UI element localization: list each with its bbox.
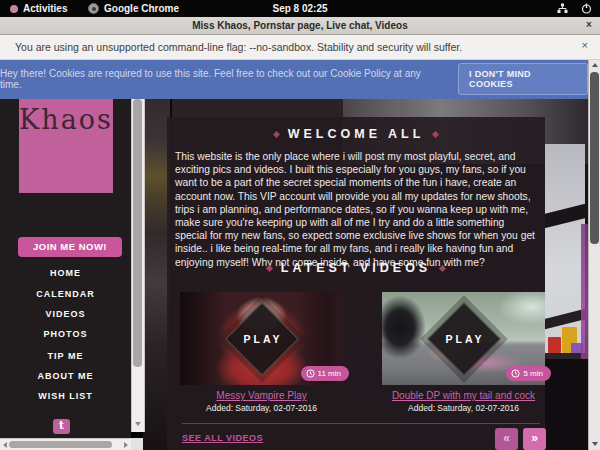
pager-prev-button[interactable]: « [495, 428, 518, 450]
latest-videos-heading: LATEST VIDEOS [167, 261, 545, 275]
sidebar-item-tip-me[interactable]: TIP ME [0, 351, 131, 361]
sidebar-item-calendar[interactable]: CALENDAR [0, 289, 131, 299]
duration-text: 11 min [318, 369, 341, 378]
twitter-icon[interactable]: t [53, 419, 70, 434]
network-icon[interactable] [557, 3, 568, 14]
sidebar-frame: Miss Khaos JOIN ME NOW! HOME CALENDAR VI… [0, 59, 131, 450]
welcome-heading: WELCOME ALL [167, 127, 545, 141]
chrome-infobar: You are using an unsupported command-lin… [0, 35, 600, 60]
video-card: PLAY 5 min Double DP with my tail and co… [382, 292, 545, 413]
scroll-up-arrow[interactable] [592, 63, 598, 67]
clock[interactable]: Sep 8 02:25 [0, 0, 600, 17]
video-added-date: Added: Saturday, 02-07-2016 [382, 403, 545, 413]
scrollbar-corner [131, 438, 143, 450]
section-divider [182, 423, 540, 424]
see-all-videos-link[interactable]: SEE ALL VIDEOS [182, 433, 263, 443]
welcome-title: WELCOME ALL [288, 127, 425, 141]
content-panel: WELCOME ALL This website is the only pla… [167, 117, 545, 450]
sidebar-item-about-me[interactable]: ABOUT ME [0, 371, 131, 381]
sidebar-item-photos[interactable]: PHOTOS [0, 329, 131, 339]
diamond-icon [432, 130, 439, 137]
window-close-button[interactable]: × [582, 17, 596, 34]
infobar-close-icon[interactable]: × [582, 39, 588, 51]
play-button[interactable]: PLAY [240, 333, 282, 345]
video-thumbnail[interactable]: PLAY 5 min [382, 292, 545, 385]
scroll-left-arrow[interactable] [3, 442, 7, 448]
pager-next-button[interactable]: » [523, 428, 546, 450]
main-scrollbar-thumb[interactable] [590, 72, 599, 244]
clock-icon [306, 369, 315, 378]
diamond-icon [439, 264, 446, 271]
diamond-icon [273, 130, 280, 137]
video-added-date: Added: Saturday, 02-07-2016 [180, 403, 343, 413]
sidebar-item-wish-list[interactable]: WISH LIST [0, 391, 131, 401]
power-icon[interactable] [581, 3, 592, 14]
diamond-icon [266, 264, 273, 271]
cookie-accept-button[interactable]: I DON'T MIND COOKIES [458, 63, 588, 95]
sidebar-scrollbar-thumb[interactable] [133, 99, 142, 367]
duration-text: 5 min [523, 369, 543, 378]
video-title-link[interactable]: Double DP with my tail and cock [382, 390, 545, 401]
logo-text: Khaos [19, 104, 113, 135]
latest-videos-title: LATEST VIDEOS [281, 261, 431, 275]
window-title: Miss Khaos, Pornstar page, Live chat, Vi… [0, 17, 600, 34]
window-title-bar: Miss Khaos, Pornstar page, Live chat, Vi… [0, 17, 600, 35]
sidebar-item-home[interactable]: HOME [0, 268, 131, 278]
welcome-body-text: This website is the only place where i w… [175, 150, 537, 269]
duration-badge: 5 min [506, 366, 551, 381]
video-card: PLAY 11 min Messy Vampire Play Added: Sa… [180, 292, 343, 413]
video-thumbnail[interactable]: PLAY 11 min [180, 292, 343, 385]
play-button[interactable]: PLAY [442, 333, 484, 345]
background-gift-red [548, 337, 561, 353]
scroll-down-arrow[interactable] [135, 422, 141, 426]
cookie-message: Hey there! Cookies are required to use t… [0, 68, 444, 90]
sidebar-item-videos[interactable]: VIDEOS [0, 309, 131, 319]
infobar-message: You are using an unsupported command-lin… [15, 41, 462, 53]
scroll-down-arrow[interactable] [592, 442, 598, 446]
join-me-now-button[interactable]: JOIN ME NOW! [18, 237, 122, 257]
scroll-right-arrow[interactable] [124, 442, 128, 448]
clock-icon [511, 369, 520, 378]
cookie-consent-bar: Hey there! Cookies are required to use t… [0, 59, 588, 99]
sidebar-hscrollbar-thumb[interactable] [9, 441, 112, 448]
duration-badge: 11 min [301, 366, 349, 381]
video-title-link[interactable]: Messy Vampire Play [180, 390, 343, 401]
gnome-top-bar: Activities Google Chrome Sep 8 02:25 [0, 0, 600, 17]
